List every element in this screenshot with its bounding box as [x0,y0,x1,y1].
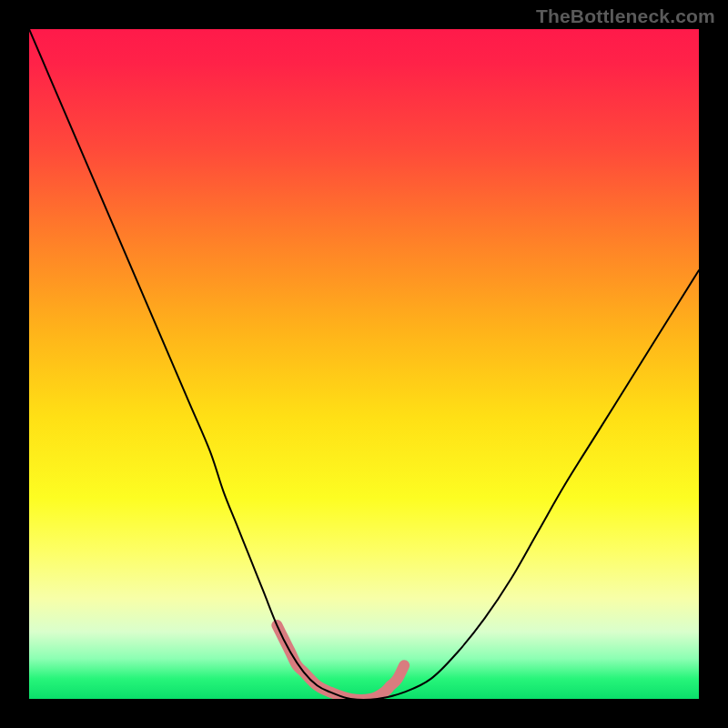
curve-container [29,29,699,699]
plot-area [29,29,699,699]
bottleneck-curve [29,29,699,699]
curve-layer [29,29,699,699]
chart-frame: TheBottleneck.com [0,0,728,728]
watermark-text: TheBottleneck.com [536,5,715,27]
